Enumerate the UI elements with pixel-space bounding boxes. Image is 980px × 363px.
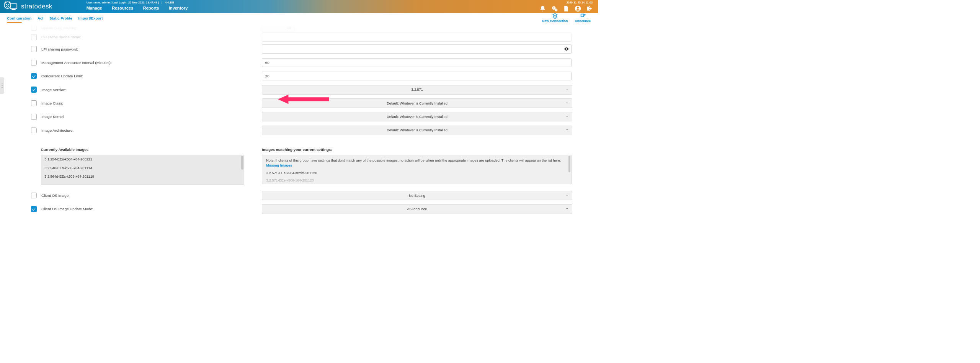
tab-static-profile[interactable]: Static Profile: [49, 14, 72, 23]
listbox-available-images[interactable]: 3.1.254-EEs-k504-x64-200221 3.2.548-EEs-…: [41, 155, 244, 185]
bell-icon[interactable]: [539, 5, 546, 13]
chevron-down-icon: [565, 128, 569, 132]
label-image-class: Image Class:: [41, 101, 63, 105]
note-text: Note: If clients of this group have sett…: [266, 159, 561, 162]
checkbox-image-version[interactable]: [31, 87, 37, 92]
link-missing-images[interactable]: Missing Images: [266, 164, 292, 167]
matching-image-2-partial: 3.2.571-EEs-k506-x64-201120: [266, 178, 567, 183]
label-announce-interval: Management Announce Interval (Minutes):: [41, 60, 112, 65]
app-version: 4.4.188: [165, 1, 174, 4]
tab-import-export[interactable]: Import/Export: [78, 14, 103, 23]
checkbox-lfi-cache-name[interactable]: [31, 34, 37, 40]
top-nav: Manage Resources Reports Inventory: [87, 6, 188, 10]
checkbox-announce-interval[interactable]: [31, 60, 37, 65]
select-image-class[interactable]: Default: Whatever is Currently Installed: [262, 98, 572, 108]
label-image-kernel: Image Kernel:: [41, 114, 65, 119]
chevron-down-icon: [565, 101, 569, 105]
svg-rect-1: [11, 9, 15, 10]
checkbox-lfi-caching[interactable]: [31, 25, 37, 31]
logout-icon[interactable]: [586, 5, 593, 13]
tab-configuration[interactable]: Configuration: [7, 14, 31, 23]
checkbox-image-arch[interactable]: [31, 128, 37, 133]
announce-button[interactable]: Announce: [575, 13, 591, 23]
topbar-icons: [539, 5, 593, 13]
brand-logo-icon: [3, 1, 18, 12]
nav-reports[interactable]: Reports: [143, 6, 159, 10]
label-lfi-caching: Update (LFI) caching:: [41, 26, 77, 30]
announce-label: Announce: [575, 19, 591, 23]
tab-bar: Configuration Acl Static Profile Import/…: [0, 13, 598, 24]
chevron-down-icon: [565, 115, 569, 119]
svg-point-5: [6, 6, 8, 7]
label-image-arch: Image Architecture:: [41, 128, 74, 132]
select-image-version[interactable]: 3.2.571: [262, 85, 572, 95]
checkbox-client-os-mode[interactable]: [31, 206, 37, 212]
svg-point-3: [6, 4, 7, 5]
toggle-lfi-caching[interactable]: Off: [262, 24, 295, 32]
tab-acl[interactable]: Acl: [38, 14, 43, 23]
input-lfi-cache-name[interactable]: [262, 33, 571, 41]
input-concurrent-limit[interactable]: [262, 72, 571, 80]
checkbox-image-kernel[interactable]: [31, 114, 37, 119]
user-icon[interactable]: [575, 5, 581, 13]
list-item[interactable]: 3.2.548-EEs-k506-x64-201114: [41, 164, 244, 172]
chevron-down-icon: [565, 193, 569, 198]
scrollbar[interactable]: [568, 156, 570, 172]
chevron-down-icon: [565, 88, 569, 92]
label-client-os-image: Client OS image:: [41, 193, 70, 198]
nav-resources[interactable]: Resources: [112, 6, 133, 10]
gears-icon[interactable]: [551, 5, 558, 13]
label-client-os-mode: Client OS Image Update Mode:: [41, 207, 93, 211]
input-lfi-password[interactable]: [262, 44, 571, 53]
nav-inventory[interactable]: Inventory: [169, 6, 188, 10]
side-drawer-handle[interactable]: [0, 77, 4, 94]
label-lfi-cache-name: LFI cache device name:: [41, 35, 81, 39]
username-line: Username: admin [ Last Login: 25 Nov 202…: [87, 1, 159, 4]
label-lfi-password: LFI sharing password:: [41, 47, 78, 51]
checkbox-client-os-image[interactable]: [31, 193, 37, 198]
select-image-kernel[interactable]: Default: Whatever is Currently Installed: [262, 112, 572, 121]
topbar-meta: Username: admin [ Last Login: 25 Nov 202…: [87, 1, 175, 4]
scrollbar[interactable]: [241, 156, 243, 170]
input-announce-interval[interactable]: [262, 58, 571, 67]
checkbox-concurrent-limit[interactable]: [31, 73, 37, 79]
select-image-arch[interactable]: Default: Whatever is Currently Installed: [262, 126, 572, 135]
select-client-os-mode[interactable]: At Announce: [262, 204, 572, 214]
title-matching-images: Images matching your current settings:: [262, 147, 571, 152]
label-image-version: Image Version:: [41, 88, 66, 92]
brand: stratodesk: [3, 1, 78, 12]
list-item[interactable]: 3.1.254-EEs-k504-x64-200221: [41, 155, 244, 164]
document-icon[interactable]: [563, 5, 569, 13]
chevron-down-icon: [565, 207, 569, 211]
nav-manage[interactable]: Manage: [87, 6, 102, 10]
new-connection-label: New Connection: [542, 19, 568, 23]
svg-rect-0: [10, 4, 16, 9]
list-item[interactable]: 3.2.564d-EEs-k506-x64-201119: [41, 172, 244, 181]
clock: 2020-11-25 14:11:02: [566, 0, 593, 5]
top-bar: stratodesk Username: admin [ Last Login:…: [0, 0, 598, 13]
new-connection-button[interactable]: New Connection: [542, 13, 568, 23]
matching-image-1: 3.2.571-EEs-k504-armhf-201120: [266, 171, 567, 176]
select-client-os-image[interactable]: No Setting: [262, 191, 572, 200]
content: Update (LFI) caching: Off LFI cache devi…: [0, 24, 598, 221]
checkbox-lfi-password[interactable]: [31, 46, 37, 52]
title-available-images: Currently Available Images: [14, 147, 262, 152]
svg-point-4: [8, 4, 9, 5]
brand-name: stratodesk: [21, 3, 52, 10]
note-box: Note: If clients of this group have sett…: [262, 155, 571, 184]
checkbox-image-class[interactable]: [31, 100, 37, 106]
label-concurrent-limit: Concurrent Update Limit:: [41, 74, 83, 78]
